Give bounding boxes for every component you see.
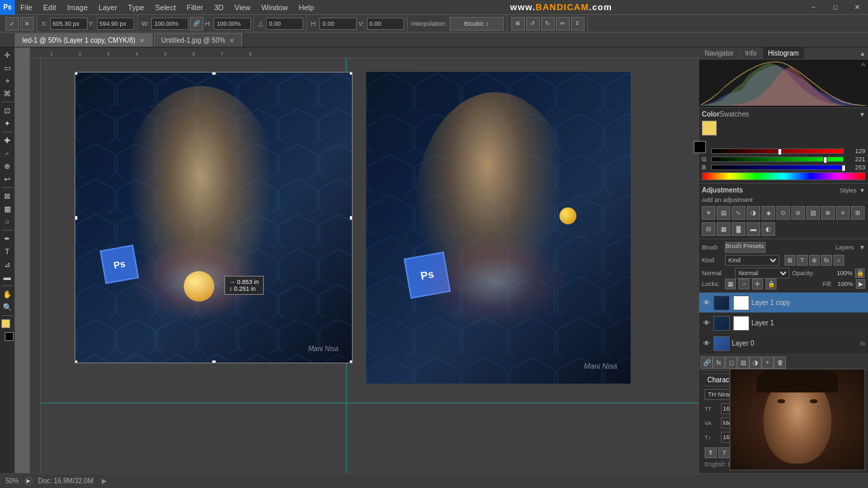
fill-options-btn[interactable]: ▶ [856, 279, 865, 289]
x-input[interactable] [50, 18, 87, 30]
handle-tl[interactable] [75, 72, 78, 75]
b-slider[interactable] [711, 165, 844, 170]
foreground-color-swatch[interactable] [1, 319, 10, 328]
posterize-adj[interactable]: ▦ [717, 222, 730, 236]
interpolation-select[interactable]: Bicubic ↕ [450, 17, 504, 30]
wand-tool[interactable]: ⌘ [1, 87, 14, 100]
layer-0-eye[interactable]: 👁 [702, 339, 711, 348]
color-lookup-adj[interactable]: ⊞ [851, 206, 865, 220]
lock-position-btn[interactable]: ✛ [752, 279, 763, 289]
tab-untitled1[interactable]: Untitled-1.jpg @ 50% ✕ [154, 33, 243, 47]
exposure-adj[interactable]: ◑ [747, 206, 760, 220]
tab-navigator[interactable]: Navigator [699, 47, 740, 59]
layer-1copy-eye[interactable]: 👁 [702, 298, 711, 308]
adj-panel-menu[interactable]: ▼ [859, 187, 865, 194]
create-adj-layer-btn[interactable]: ◑ [749, 357, 762, 369]
brightness-adj[interactable]: ☀ [702, 206, 715, 220]
menu-file[interactable]: File [15, 0, 38, 14]
y-input[interactable] [97, 18, 134, 30]
cancel-transform[interactable]: ✕ [20, 17, 34, 30]
marquee-tool[interactable]: ▭ [1, 62, 14, 74]
lock-transparent-btn[interactable]: ▦ [725, 279, 736, 289]
menu-edit[interactable]: Edit [38, 0, 62, 14]
close-button[interactable]: ✕ [846, 0, 868, 15]
menu-window[interactable]: Window [256, 0, 293, 14]
color-tab-label[interactable]: Color [702, 110, 719, 118]
flip-h-button[interactable]: ⇔ [556, 17, 570, 30]
skew-v-input[interactable] [367, 18, 404, 30]
menu-layer[interactable]: Layer [93, 0, 123, 14]
brush-presets-button[interactable]: Brush Presets [725, 242, 766, 253]
pen-tool[interactable]: ✒ [1, 232, 14, 245]
foreground-color-swatch-panel[interactable] [702, 121, 717, 136]
menu-filter[interactable]: Filter [181, 0, 208, 14]
levels-adj[interactable]: ▤ [717, 206, 730, 220]
r-slider[interactable] [711, 148, 844, 154]
selective-color-adj[interactable]: ◐ [762, 222, 775, 236]
menu-image[interactable]: Image [62, 0, 94, 14]
tab-info[interactable]: Info [740, 47, 763, 59]
link-wh-button[interactable]: 🔗 [190, 17, 203, 30]
mode-select[interactable]: Normal [735, 268, 789, 279]
zoom-tool[interactable]: 🔍 [1, 301, 14, 313]
styles-tab[interactable]: Styles [840, 187, 857, 194]
link-layers-btn[interactable]: 🔗 [701, 357, 713, 369]
color-panel-menu[interactable]: ▼ [859, 111, 865, 118]
minimize-button[interactable]: − [803, 0, 825, 15]
commit-transform[interactable]: ✓ [5, 17, 19, 30]
menu-select[interactable]: Select [150, 0, 182, 14]
dodge-tool[interactable]: ○ [1, 216, 14, 228]
layer-item-1copy[interactable]: 👁 Layer 1 copy [699, 293, 868, 313]
handle-bl[interactable] [75, 360, 78, 363]
menu-type[interactable]: Type [123, 0, 150, 14]
crop-tool[interactable]: ⊡ [1, 104, 14, 117]
background-color-swatch[interactable] [5, 332, 14, 341]
hue-sat-adj[interactable]: ⊙ [776, 206, 790, 220]
handle-mr[interactable] [349, 216, 353, 220]
eyedropper-tool[interactable]: ✦ [1, 117, 14, 129]
lock-pixels-btn[interactable]: ⌿ [738, 279, 749, 289]
bw-adj[interactable]: ▧ [806, 206, 820, 220]
threshold-adj[interactable]: ▓ [732, 222, 745, 236]
swatches-tab-label[interactable]: Swatches [719, 110, 749, 118]
brush-panel-menu[interactable]: ▼ [859, 244, 865, 251]
history-brush-tool[interactable]: ↩ [1, 173, 14, 185]
tab-led1[interactable]: led-1 @ 50% (Layer 1 copy, CMYK/8) ✕ [15, 33, 153, 47]
canvas-work-area[interactable]: Ps Mani Nisa → [41, 58, 698, 473]
tab-untitled1-close[interactable]: ✕ [229, 37, 235, 44]
layer-item-1[interactable]: 👁 Layer 1 [699, 313, 868, 333]
create-group-btn[interactable]: ▤ [737, 357, 749, 369]
kind-filter-3[interactable]: ⊕ [809, 255, 820, 266]
skew-h-input[interactable] [319, 18, 357, 30]
path-select-tool[interactable]: ⊿ [1, 258, 14, 270]
new-layer-btn[interactable]: + [762, 357, 774, 369]
heal-tool[interactable]: ✚ [1, 134, 14, 146]
handle-tm[interactable] [212, 72, 216, 75]
lock-opacity-icon[interactable]: 🔒 [855, 268, 865, 278]
text-tool[interactable]: T [1, 245, 14, 258]
color-balance-adj[interactable]: ⊖ [791, 206, 805, 220]
tab-histogram[interactable]: Histogram [763, 47, 806, 59]
rotate-90cw-button[interactable]: ↻ [541, 17, 555, 30]
move-tool[interactable]: ✛ [1, 49, 14, 61]
kind-select[interactable]: Kind [725, 255, 779, 266]
background-color-swatch-panel[interactable] [694, 141, 706, 153]
w-input[interactable] [151, 18, 189, 30]
channel-mixer-adj[interactable]: ≡ [836, 206, 850, 220]
color-spectrum-bar[interactable] [702, 172, 865, 180]
hand-tool[interactable]: ✋ [1, 288, 14, 300]
flip-v-button[interactable]: ⇕ [571, 17, 585, 30]
g-thumb[interactable] [823, 157, 827, 163]
warp-button[interactable]: ⊞ [511, 17, 525, 30]
menu-view[interactable]: View [229, 0, 256, 14]
layers-header-tab[interactable]: Layers [835, 244, 854, 251]
panel-options-button[interactable]: ▲ [857, 47, 868, 59]
kind-filter-5[interactable]: ○ [833, 255, 844, 266]
b-thumb[interactable] [842, 165, 846, 171]
h-input[interactable] [214, 18, 251, 30]
handle-bm[interactable] [212, 360, 216, 363]
invert-adj[interactable]: ⊟ [702, 222, 715, 236]
rotate-180-button[interactable]: ↺ [526, 17, 540, 30]
status-options-btn[interactable]: ▶ [24, 477, 33, 485]
maximize-button[interactable]: □ [825, 0, 846, 15]
